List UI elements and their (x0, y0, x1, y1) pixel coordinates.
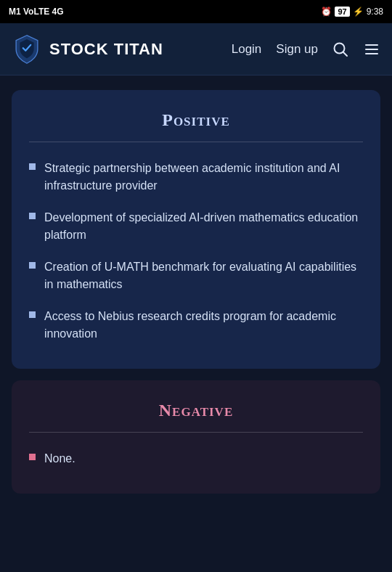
status-bar: M1 VoLTE 4G ⏰ 97 ⚡ 9:38 (0, 0, 392, 23)
bullet-icon (29, 311, 36, 318)
nav-links: Login Sign up (232, 41, 380, 58)
positive-divider (29, 142, 363, 142)
carrier-text: M1 VoLTE 4G (9, 7, 64, 17)
list-item: None. (29, 450, 363, 467)
positive-item-4: Access to Nebius research credits progra… (44, 308, 363, 343)
svg-rect-3 (365, 49, 378, 50)
signup-link[interactable]: Sign up (276, 42, 318, 57)
positive-item-3: Creation of U-MATH benchmark for evaluat… (44, 258, 363, 293)
logo-area: STOCK TITAN (12, 34, 232, 65)
alarm-icon: ⏰ (321, 7, 332, 17)
list-item: Creation of U-MATH benchmark for evaluat… (29, 258, 363, 293)
bullet-icon (29, 262, 36, 269)
negative-item-1: None. (44, 450, 75, 467)
bullet-icon (29, 213, 36, 219)
negative-divider (29, 432, 363, 433)
positive-title: Positive (29, 110, 363, 130)
menu-icon[interactable] (363, 41, 380, 58)
positive-list: Strategic partnership between academic i… (29, 160, 363, 343)
lightning-icon: ⚡ (353, 7, 364, 17)
battery-level: 97 (335, 7, 349, 17)
negative-card: Negative None. (12, 380, 380, 494)
login-link[interactable]: Login (232, 42, 262, 57)
svg-rect-2 (365, 44, 378, 46)
navbar: STOCK TITAN Login Sign up (0, 23, 392, 75)
main-content: Positive Strategic partnership between a… (0, 75, 392, 508)
logo-text: STOCK TITAN (49, 40, 163, 59)
logo-icon (12, 34, 42, 65)
list-item: Access to Nebius research credits progra… (29, 308, 363, 343)
bullet-icon (29, 163, 36, 170)
list-item: Strategic partnership between academic i… (29, 160, 363, 195)
svg-rect-4 (365, 53, 378, 54)
bullet-icon (29, 454, 36, 460)
search-icon[interactable] (332, 41, 348, 57)
positive-card: Positive Strategic partnership between a… (12, 90, 380, 369)
status-right: ⏰ 97 ⚡ 9:38 (321, 7, 383, 17)
clock-time: 9:38 (367, 7, 383, 17)
negative-title: Negative (29, 401, 363, 420)
positive-item-2: Development of specialized AI-driven mat… (44, 209, 363, 244)
list-item: Development of specialized AI-driven mat… (29, 209, 363, 244)
positive-item-1: Strategic partnership between academic i… (44, 160, 363, 195)
status-left: M1 VoLTE 4G (9, 7, 64, 17)
svg-line-1 (343, 52, 348, 56)
negative-list: None. (29, 450, 363, 467)
